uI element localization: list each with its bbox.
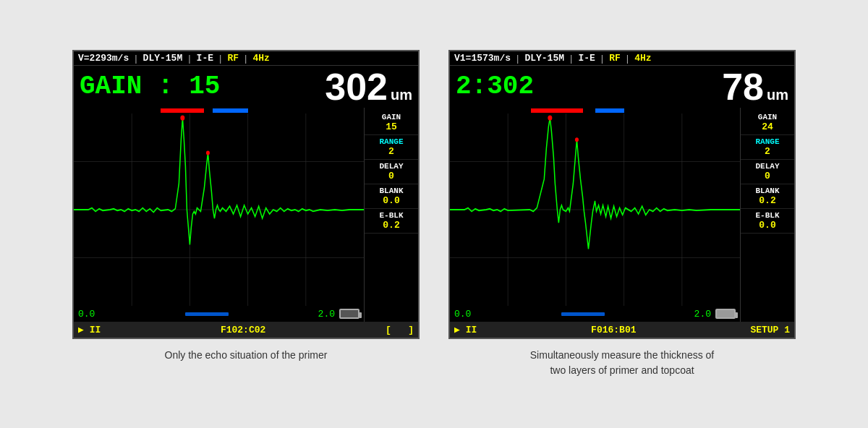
screen1-sidebar-eblk: E-BLK 0.2 bbox=[365, 209, 418, 234]
screen1-scale-left: 0.0 bbox=[78, 309, 95, 320]
screen1-sidebar-range: RANGE 2 bbox=[365, 135, 418, 160]
screen2-sidebar-eblk-value: 0.0 bbox=[759, 220, 775, 231]
screen1-gate-bar bbox=[74, 108, 364, 114]
screen1-gate-red bbox=[161, 108, 204, 113]
screen1-sidebar: GAIN 15 RANGE 2 DELAY 0 BLANK 0.0 bbox=[364, 108, 418, 322]
screen2-velocity: V1=1573m/s bbox=[454, 53, 511, 64]
svg-point-16 bbox=[548, 115, 552, 120]
screen2-value: 78 bbox=[722, 68, 764, 106]
screen2-footer: ▶ II F016:B01 SETUP 1 bbox=[450, 322, 794, 338]
screen1-delay: DLY-15M bbox=[143, 53, 183, 64]
svg-point-7 bbox=[180, 115, 184, 120]
panel-1: V=2293m/s | DLY-15M | I-E | RF | 4Hz GAI… bbox=[72, 50, 420, 363]
screen2-display: 2:302 78 um bbox=[450, 66, 794, 108]
screen2-waveform-canvas bbox=[450, 114, 740, 306]
svg-point-8 bbox=[206, 150, 210, 155]
screen1-gate-blue bbox=[213, 108, 247, 113]
screen2-sidebar-gain-label: GAIN bbox=[758, 113, 777, 121]
screen1-sidebar-blank-value: 0.0 bbox=[383, 195, 399, 206]
screen2-sidebar-delay: DELAY 0 bbox=[741, 160, 794, 184]
screen2-sidebar-range: RANGE 2 bbox=[741, 135, 794, 160]
screen2-footer-playback[interactable]: ▶ II bbox=[454, 324, 477, 335]
screen2-scale-bar: 0.0 2.0 bbox=[450, 306, 740, 322]
screen1-rf: RF bbox=[227, 53, 239, 64]
screen2-waveform-svg bbox=[450, 114, 740, 306]
screen2-sidebar-gain: GAIN 24 bbox=[741, 111, 794, 135]
screen1-freq: 4Hz bbox=[252, 53, 269, 64]
screen1-sidebar-delay: DELAY 0 bbox=[365, 160, 418, 184]
screen2-sidebar-blank-value: 0.2 bbox=[759, 195, 775, 206]
screen1-waveform-area: 0.0 2.0 bbox=[74, 108, 364, 322]
panel-2: V1=1573m/s | DLY-15M | I-E | RF | 4Hz 2:… bbox=[448, 50, 796, 378]
screen2-sidebar-delay-label: DELAY bbox=[755, 162, 779, 171]
screen1-sidebar-delay-label: DELAY bbox=[379, 162, 403, 171]
screen1-sidebar-gain-value: 15 bbox=[386, 121, 397, 132]
screen1-value: 302 bbox=[325, 68, 388, 106]
screen2-footer-marker: SETUP 1 bbox=[750, 325, 790, 335]
screen2-measurement: 78 um bbox=[722, 68, 788, 106]
screen2-gate-bar bbox=[450, 108, 740, 114]
screen1-display: GAIN : 15 302 um bbox=[74, 66, 418, 108]
screen2-gain-label: 2:302 bbox=[456, 74, 534, 100]
screen2-rf: RF bbox=[609, 53, 621, 64]
screen1-bottom-bar bbox=[185, 312, 229, 316]
caption-1: Only the echo situation of the primer bbox=[165, 348, 328, 363]
screen2-sidebar-blank-label: BLANK bbox=[755, 187, 779, 195]
screen1-sidebar-gain: GAIN 15 bbox=[365, 111, 418, 135]
screen1-footer-playback[interactable]: ▶ II bbox=[78, 324, 101, 335]
caption-2-line1: Simultaneously measure the thickness of bbox=[530, 349, 714, 361]
screen1-main: 0.0 2.0 GAIN 15 RANGE bbox=[74, 108, 418, 322]
screen2-sidebar-blank: BLANK 0.2 bbox=[741, 184, 794, 209]
screen2-sidebar-eblk: E-BLK 0.0 bbox=[741, 209, 794, 234]
svg-point-17 bbox=[575, 137, 579, 142]
screen-1: V=2293m/s | DLY-15M | I-E | RF | 4Hz GAI… bbox=[72, 50, 420, 339]
screen2-waveform-area: 0.0 2.0 bbox=[450, 108, 740, 322]
screen2-sidebar-eblk-label: E-BLK bbox=[755, 211, 779, 220]
screen2-unit: um bbox=[767, 87, 788, 103]
screen1-sidebar-eblk-value: 0.2 bbox=[383, 220, 399, 231]
caption-2-line2: two layers of primer and topcoat bbox=[550, 364, 694, 376]
screen2-sidebar-gain-value: 24 bbox=[762, 121, 773, 132]
screen1-header: V=2293m/s | DLY-15M | I-E | RF | 4Hz bbox=[74, 51, 418, 66]
screen2-battery bbox=[715, 309, 736, 319]
screen1-waveform-svg bbox=[74, 114, 364, 306]
screen-2: V1=1573m/s | DLY-15M | I-E | RF | 4Hz 2:… bbox=[448, 50, 796, 339]
screen2-header: V1=1573m/s | DLY-15M | I-E | RF | 4Hz bbox=[450, 51, 794, 66]
screen1-measurement: 302 um bbox=[325, 68, 412, 106]
screen1-sidebar-delay-value: 0 bbox=[388, 171, 394, 181]
screen2-main: 0.0 2.0 GAIN 24 RANGE bbox=[450, 108, 794, 322]
screen1-sidebar-blank: BLANK 0.0 bbox=[365, 184, 418, 209]
screen1-footer-file[interactable]: F102:C02 bbox=[221, 325, 265, 335]
screen2-mode: I-E bbox=[578, 53, 595, 64]
screen1-unit: um bbox=[391, 87, 412, 103]
screen1-waveform-canvas bbox=[74, 114, 364, 306]
screen2-scale-right: 2.0 bbox=[694, 309, 711, 320]
screen1-mode: I-E bbox=[197, 53, 213, 64]
screen1-sidebar-eblk-label: E-BLK bbox=[379, 211, 403, 220]
screen1-scale-right: 2.0 bbox=[318, 309, 335, 320]
screen2-sidebar-delay-value: 0 bbox=[765, 171, 770, 181]
screen2-gate-blue bbox=[595, 108, 624, 113]
screen2-freq: 4Hz bbox=[634, 53, 651, 64]
screen2-bottom-bar bbox=[561, 312, 605, 316]
screen2-footer-file[interactable]: F016:B01 bbox=[591, 325, 636, 335]
screen1-sidebar-gain-label: GAIN bbox=[382, 113, 401, 121]
screen1-sidebar-blank-label: BLANK bbox=[379, 187, 403, 195]
screen2-sidebar-range-value: 2 bbox=[765, 146, 770, 157]
screen1-battery bbox=[339, 309, 359, 319]
screen1-sidebar-range-value: 2 bbox=[388, 146, 394, 157]
screen1-footer: ▶ II F102:C02 [ ] bbox=[74, 322, 418, 338]
screen1-scale-bar: 0.0 2.0 bbox=[74, 306, 364, 322]
screen1-sidebar-range-label: RANGE bbox=[379, 137, 403, 146]
screen1-velocity: V=2293m/s bbox=[78, 53, 129, 64]
screen2-delay: DLY-15M bbox=[524, 53, 564, 64]
screen2-gate-red bbox=[531, 108, 583, 113]
screen1-gain-label: GAIN : 15 bbox=[80, 74, 220, 100]
screen1-footer-marker: [ ] bbox=[386, 325, 414, 335]
caption-2: Simultaneously measure the thickness of … bbox=[530, 348, 714, 378]
screen2-sidebar: GAIN 24 RANGE 2 DELAY 0 BLANK 0.2 bbox=[740, 108, 794, 322]
screen2-scale-left: 0.0 bbox=[454, 309, 471, 320]
screen2-sidebar-range-label: RANGE bbox=[755, 137, 779, 146]
